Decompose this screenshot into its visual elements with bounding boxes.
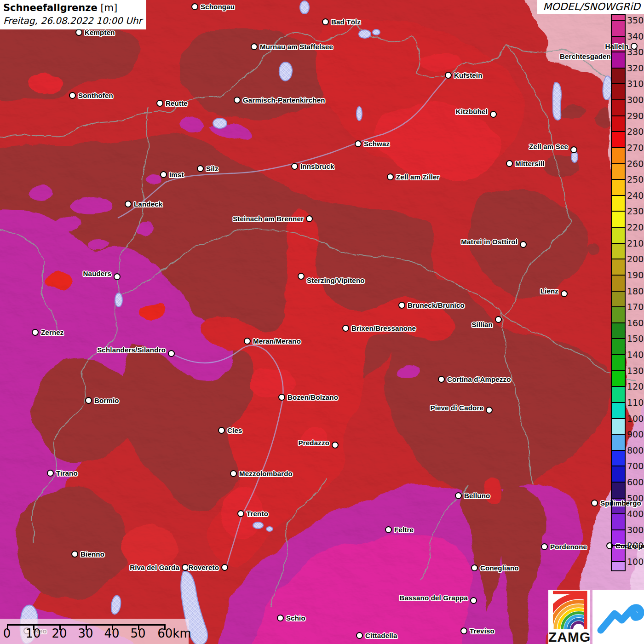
- city-label: Garmisch-Partenkirchen: [243, 96, 325, 104]
- city-label: Meran/Merano: [253, 337, 301, 345]
- city-label: Lienz: [540, 287, 558, 295]
- colorbar-tick-label: 3000: [627, 95, 644, 105]
- city-label: Mittersill: [515, 160, 545, 167]
- colorbar-tick-label: 1200: [627, 381, 644, 391]
- snow-mountain-icon: [592, 590, 644, 644]
- colorbar-cell: [612, 291, 625, 307]
- city-marker: Belluno: [455, 492, 490, 500]
- colorbar-tick: [612, 243, 625, 244]
- colorbar-cell: [612, 466, 625, 482]
- colorbar-tick: [612, 20, 625, 21]
- city-dot: [387, 173, 394, 180]
- city-dot: [486, 407, 493, 414]
- colorbar-tick: [612, 227, 625, 228]
- city-dot: [591, 500, 598, 506]
- scale-bar-label: 50: [130, 627, 145, 640]
- city-label: Bienno: [80, 550, 104, 558]
- colorbar-tick-label: 2000: [627, 254, 644, 264]
- colorbar-tick: [612, 259, 625, 259]
- colorbar-tick-label: 100: [627, 557, 644, 567]
- colorbar-tick-label: 3400: [627, 31, 644, 41]
- colorbar-tick: [612, 370, 625, 371]
- colorbar-tick: [612, 147, 625, 148]
- city-marker: Reutte: [156, 99, 188, 107]
- colorbar-tick-label: 1900: [627, 270, 644, 280]
- colorbar-tick: [612, 402, 625, 403]
- colorbar-cell: [612, 562, 625, 570]
- city-dot: [471, 564, 478, 571]
- colorbar-tick: [612, 322, 625, 323]
- city-label: Cles: [227, 426, 242, 434]
- city-marker: Innsbruck: [291, 162, 334, 170]
- city-dot: [322, 18, 329, 25]
- colorbar-tick-label: 3500: [627, 15, 644, 25]
- city-dot: [168, 350, 175, 357]
- city-marker: Kempten: [75, 29, 115, 36]
- colorbar-tick-label: 2400: [627, 190, 644, 200]
- city-marker: Murnau am Staffelsee: [251, 43, 333, 51]
- colorbar-cell: [612, 227, 625, 243]
- city-marker: Bruneck/Brunico: [398, 301, 465, 309]
- city-label: Kitzbühel: [456, 108, 488, 115]
- colorbar-tick: [612, 529, 625, 530]
- city-dot: [460, 627, 467, 634]
- city-dot: [71, 551, 78, 558]
- valid-datetime: Freitag, 26.08.2022 10:00 Uhr: [3, 14, 142, 27]
- city-dot: [197, 165, 204, 172]
- city-dot: [495, 316, 502, 323]
- colorbar-cell: [612, 514, 625, 530]
- city-label: Zernez: [41, 328, 64, 336]
- city-dot: [355, 140, 362, 147]
- city-marker: Bienno: [71, 550, 104, 558]
- colorbar-cell: [612, 450, 625, 466]
- city-marker: Bormio: [85, 397, 119, 404]
- colorbar-cell: [612, 371, 625, 387]
- colorbar-cell: [612, 307, 625, 323]
- city-dot: [520, 241, 527, 248]
- colorbar-tick: [612, 36, 625, 37]
- scale-bar-label: 60km: [157, 627, 191, 640]
- city-dot: [234, 97, 241, 104]
- colorbar-tick: [612, 450, 625, 451]
- city-marker: Feltre: [385, 526, 414, 534]
- colorbar-tick: [612, 179, 625, 180]
- city-marker: Kufstein: [445, 71, 483, 79]
- city-marker: Garmisch-Partenkirchen: [234, 96, 325, 104]
- colorbar-tick-label: 3200: [627, 63, 644, 73]
- scale-bar-label: 10: [25, 627, 40, 640]
- colorbar-tick: [612, 354, 625, 355]
- colorbar-tick-label: 700: [627, 461, 644, 471]
- city-marker: Pordenone: [541, 543, 587, 551]
- city-dot: [251, 43, 258, 50]
- city-label: Pordenone: [550, 543, 587, 551]
- colorbar-tick: [612, 338, 625, 339]
- colorbar-tick-label: 3100: [627, 79, 644, 89]
- city-marker: Schio: [277, 614, 305, 622]
- city-marker: Brixen/Bressanone: [342, 324, 416, 332]
- city-label: Kufstein: [454, 71, 483, 79]
- city-dot: [221, 564, 228, 571]
- colorbar-cell: [612, 482, 625, 498]
- colorbar-cell: [612, 243, 625, 259]
- city-label: Nauders: [83, 270, 111, 277]
- colorbar-tick-label: 2800: [627, 126, 644, 137]
- city-marker: Sterzing/Vipiteno: [298, 272, 365, 280]
- colorbar-cell: [612, 434, 625, 450]
- city-dot: [506, 160, 513, 167]
- city-label: Pieve di Cadore: [430, 404, 483, 412]
- colorbar-tick: [612, 418, 625, 419]
- colorbar-tick-label: 2500: [627, 174, 644, 184]
- colorbar-tick: [612, 513, 625, 514]
- city-marker: Cittadella: [356, 632, 397, 639]
- product-unit: [m]: [98, 2, 118, 13]
- city-marker: Zell am Ziller: [387, 173, 440, 181]
- colorbar-tick-label: 2300: [627, 206, 644, 216]
- city-label: Bormio: [94, 397, 119, 404]
- city-marker: Mezzolombardo: [230, 470, 293, 477]
- city-dot: [398, 302, 405, 309]
- colorbar-tick-label: 1700: [627, 302, 644, 312]
- colorbar-tick: [612, 434, 625, 435]
- colorbar-cell: [612, 164, 625, 180]
- city-marker: Bozen/Bolzano: [278, 393, 338, 401]
- city-label: Sillian: [472, 321, 493, 328]
